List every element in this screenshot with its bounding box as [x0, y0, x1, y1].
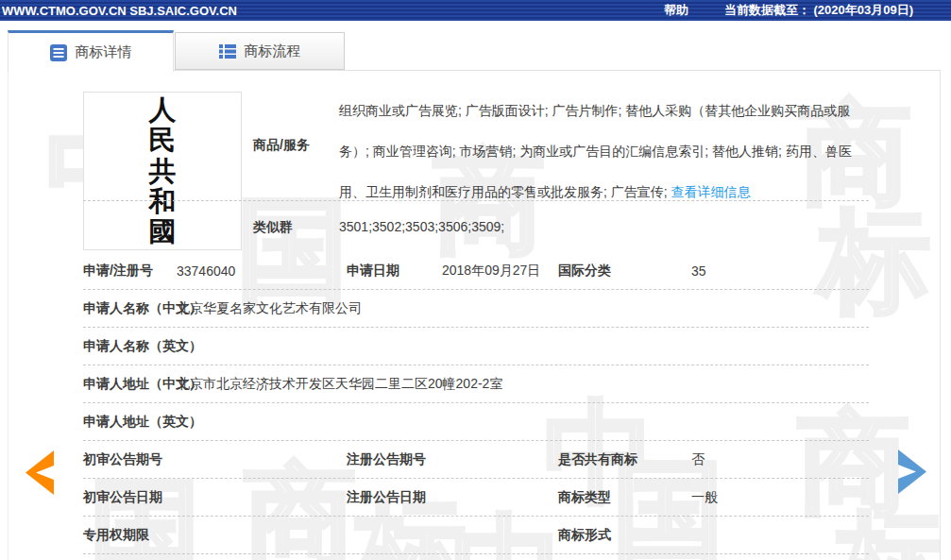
content-panel: 中 国 商 商 标 中 国 商 标 中 商 标 国 人 民 共 和 國 商品/服…: [8, 71, 941, 560]
help-link[interactable]: 帮助: [664, 2, 688, 19]
prelim-gazette-no-label: 初审公告期号: [83, 451, 162, 468]
application-date-value: 2018年09月27日: [442, 263, 540, 280]
detail-list-icon: [50, 44, 67, 61]
next-record-arrow[interactable]: [898, 450, 926, 498]
view-detail-link[interactable]: 查看详细信息: [671, 184, 751, 199]
row-divider: [83, 200, 869, 201]
applicant-name-cn-value: 北京华夏名家文化艺术有限公司: [177, 300, 362, 317]
top-bar: WWW.CTMO.GOV.CN SBJ.SAIC.GOV.CN 帮助 当前数据截…: [0, 0, 951, 21]
reg-gazette-date-label: 注册公告日期: [347, 489, 426, 506]
tab-detail-label: 商标详情: [76, 43, 132, 61]
similar-group-value: 3501;3502;3503;3506;3509;: [339, 219, 504, 234]
applicant-name-en-label: 申请人名称（英文）: [83, 338, 202, 355]
trademark-detail-table: 人 民 共 和 國 商品/服务 组织商业或广告展览; 广告版面设计; 广告片制作…: [8, 71, 940, 560]
trademark-calligraphy: 人 民 共 和 國: [149, 96, 177, 246]
tab-trademark-detail[interactable]: 商标详情: [8, 30, 174, 72]
chevron-left-icon: [25, 450, 54, 495]
applicant-address-cn-value: 北京市北京经济技术开发区天华园二里二区20幢202-2室: [177, 376, 502, 393]
table-row-gazette-numbers: 初审公告期号 注册公告期号 是否共有商标 否: [83, 441, 869, 479]
shared-trademark-value: 否: [691, 451, 705, 468]
exclusive-right-period-label: 专用权期限: [83, 527, 149, 544]
table-row-exclusive-period: 专用权期限 商标形式: [83, 517, 869, 554]
similar-group-label: 类似群: [253, 219, 293, 236]
reg-gazette-no-label: 注册公告期号: [347, 451, 426, 468]
tab-process-label: 商标流程: [245, 42, 301, 60]
trademark-type-value: 一般: [691, 489, 718, 506]
table-row-application-number: 申请/注册号 33746040 申请日期 2018年09月27日 国际分类 35: [83, 252, 869, 290]
table-row-applicant-address-cn: 申请人地址（中文） 北京市北京经济技术开发区天华园二里二区20幢202-2室: [83, 365, 869, 403]
prelim-gazette-date-label: 初审公告日期: [83, 489, 162, 506]
trademark-image[interactable]: 人 民 共 和 國: [83, 92, 242, 250]
table-row-gazette-dates: 初审公告日期 注册公告日期 商标类型 一般: [83, 479, 869, 517]
application-number-value: 33746040: [177, 263, 235, 279]
intl-class-label: 国际分类: [558, 263, 611, 280]
table-row-applicant-name-cn: 申请人名称（中文） 北京华夏名家文化艺术有限公司: [83, 290, 869, 328]
process-list-icon: [219, 44, 236, 59]
applicant-address-en-label: 申请人地址（英文）: [83, 414, 202, 431]
trademark-type-label: 商标类型: [558, 489, 611, 506]
site-brand: WWW.CTMO.GOV.CN SBJ.SAIC.GOV.CN: [2, 4, 237, 18]
chevron-right-icon: [898, 450, 926, 494]
trademark-detail-page: WWW.CTMO.GOV.CN SBJ.SAIC.GOV.CN 帮助 当前数据截…: [0, 0, 951, 560]
goods-services-value: 组织商业或广告展览; 广告版面设计; 广告片制作; 替他人采购（替其他企业购买商…: [339, 91, 866, 212]
trademark-form-label: 商标形式: [558, 527, 611, 544]
table-row-applicant-address-en: 申请人地址（英文）: [83, 403, 869, 441]
application-number-label: 申请/注册号: [83, 263, 153, 280]
detail-rows: 申请/注册号 33746040 申请日期 2018年09月27日 国际分类 35…: [83, 252, 869, 554]
intl-class-value: 35: [691, 263, 706, 279]
goods-services-label: 商品/服务: [253, 137, 310, 154]
shared-trademark-label: 是否共有商标: [558, 451, 637, 468]
table-row-applicant-name-en: 申请人名称（英文）: [83, 328, 869, 365]
application-date-label: 申请日期: [347, 263, 399, 280]
tab-trademark-process[interactable]: 商标流程: [175, 32, 345, 70]
previous-record-arrow[interactable]: [25, 450, 54, 499]
data-cutoff-date: 当前数据截至： (2020年03月09日): [724, 2, 913, 19]
